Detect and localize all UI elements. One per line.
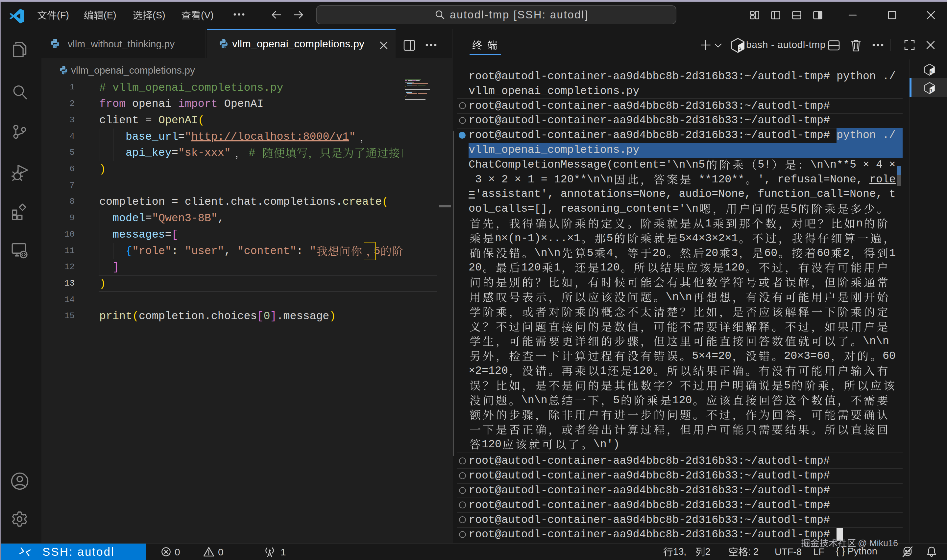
svg-text:(S): (S) [152, 10, 165, 20]
svg-text:vllm_openai_completions.py: vllm_openai_completions.py [468, 144, 639, 156]
svg-text:\n\n: \n\n [863, 335, 889, 348]
svg-text:from: from [99, 98, 126, 110]
svg-text:,: , [224, 245, 237, 257]
svg-text:$_: $_ [739, 46, 744, 51]
svg-text:): ) [99, 277, 106, 290]
svg-text:OpenAI: OpenAI [159, 114, 198, 126]
svg-text:20: 20 [468, 261, 482, 274]
svg-text:120: 120 [673, 394, 692, 406]
svg-text:root@autodl-container-aa9d4bbc: root@autodl-container-aa9d4bbc8b-2d316b3… [468, 499, 830, 511]
svg-text:base_url: base_url [126, 130, 178, 143]
svg-text:"content": "content" [237, 245, 297, 257]
svg-text:120: 120 [482, 438, 502, 451]
svg-text:5: 5 [790, 202, 797, 215]
svg-text:client =: client = [99, 114, 159, 126]
svg-text:1: 1 [705, 217, 711, 230]
svg-text:20×3=60: 20×3=60 [784, 350, 830, 362]
svg-text:(: ( [382, 195, 388, 208]
svg-text:api_key: api_key [126, 146, 172, 159]
svg-text:): ) [99, 163, 106, 175]
svg-text:'assistant', annotations=None,: 'assistant', annotations=None, audio=Non… [475, 188, 896, 200]
svg-text:\n\n: \n\n [666, 291, 692, 303]
svg-text:"sk-xxx": "sk-xxx" [178, 146, 231, 159]
svg-text:completion.choices: completion.choices [139, 310, 257, 322]
svg-text:13,: 13, [673, 546, 686, 557]
svg-text:$_: $_ [930, 88, 935, 92]
svg-text:**120**: **120** [692, 173, 744, 185]
svg-text:(V): (V) [201, 10, 214, 20]
svg-text:$_: $_ [930, 70, 935, 74]
svg-text:20: 20 [653, 246, 666, 259]
svg-text:60: 60 [764, 246, 777, 259]
svg-text:5: 5 [784, 379, 790, 392]
svg-text:=: = [468, 188, 475, 200]
svg-text:): ) [329, 310, 336, 322]
svg-text:=: = [178, 130, 185, 143]
svg-text:\n'): \n') [593, 438, 620, 451]
svg-text:5×4×3×2×1: 5×4×3×2×1 [679, 232, 738, 245]
svg-text:": " [349, 130, 356, 143]
svg-text:5: 5 [613, 394, 620, 406]
svg-text:3: 3 [731, 246, 738, 259]
svg-text:.message: .message [277, 310, 330, 322]
svg-text:root@autodl-container-aa9d4bbc: root@autodl-container-aa9d4bbc8b-2d316b3… [468, 528, 830, 541]
svg-text:openai: openai [126, 98, 178, 110]
svg-text:vllm_openai_completions.py: vllm_openai_completions.py [468, 85, 639, 97]
svg-text:2: 2 [843, 246, 850, 259]
svg-text:root@autodl-container-aa9d4bbc: root@autodl-container-aa9d4bbc8b-2d316b3… [468, 454, 830, 467]
svg-text:[: [ [172, 228, 178, 241]
svg-text:root@autodl-container-aa9d4bbc: root@autodl-container-aa9d4bbc8b-2d316b3… [468, 129, 896, 141]
svg-text:root@autodl-container-aa9d4bbc: root@autodl-container-aa9d4bbc8b-2d316b3… [468, 99, 830, 112]
svg-text:1: 1 [889, 246, 896, 259]
svg-text:print: print [99, 310, 132, 322]
svg-text:120: 120 [600, 261, 620, 274]
svg-text:n: n [856, 217, 863, 230]
svg-text:{: { [126, 245, 132, 257]
svg-text:[: [ [257, 310, 264, 322]
svg-text:#: # [249, 146, 262, 159]
svg-text:completion = client.chat.compl: completion = client.chat.completions. [99, 195, 342, 208]
svg-text:n×(n-1)×...×1: n×(n-1)×...×1 [495, 232, 581, 245]
svg-text:=: = [145, 212, 152, 225]
svg-text:messages: messages [112, 228, 165, 241]
svg-text:(: ( [132, 310, 139, 322]
svg-text:', refusal=None,: ', refusal=None, [758, 173, 869, 185]
svg-text:0: 0 [264, 310, 270, 322]
svg-text:=: = [165, 228, 172, 241]
svg-text:1: 1 [600, 365, 607, 377]
svg-text:×2=120: ×2=120 [468, 365, 508, 377]
svg-text:(: ( [198, 114, 205, 126]
svg-text:\n\n: \n\n [521, 394, 548, 406]
svg-text:root@autodl-container-aa9d4bbc: root@autodl-container-aa9d4bbc8b-2d316b3… [468, 114, 830, 126]
svg-text:120: 120 [725, 261, 744, 274]
svg-text:role: role [869, 173, 896, 185]
svg-text:4: 4 [607, 246, 613, 259]
svg-text::: : [297, 245, 310, 257]
svg-text:ChatCompletionMessage(content=: ChatCompletionMessage(content='\n\n5 [468, 158, 705, 171]
svg-text:: 2: : 2 [748, 546, 759, 557]
svg-text:=: = [172, 146, 178, 159]
svg-text:root@autodl-container-aa9d4bbc: root@autodl-container-aa9d4bbc8b-2d316b3… [468, 484, 830, 497]
svg-text:"role": "role" [132, 245, 172, 257]
svg-text:20: 20 [705, 246, 718, 259]
svg-text:"user": "user" [185, 245, 224, 257]
svg-text:root@autodl-container-aa9d4bbc: root@autodl-container-aa9d4bbc8b-2d316b3… [468, 469, 830, 482]
svg-text:5!: 5! [758, 158, 771, 171]
svg-text:]: ] [270, 310, 277, 322]
svg-text:]: ] [99, 261, 119, 274]
svg-text:5: 5 [587, 246, 593, 259]
svg-text:1: 1 [554, 261, 561, 274]
svg-text:\n\n: \n\n [534, 246, 561, 259]
svg-text:120: 120 [633, 365, 653, 377]
svg-text:root@autodl-container-aa9d4bbc: root@autodl-container-aa9d4bbc8b-2d316b3… [468, 70, 896, 83]
svg-text:": " [185, 130, 191, 143]
svg-text:http://localhost:8000/v1: http://localhost:8000/v1 [191, 130, 349, 143]
svg-text:120: 120 [521, 261, 541, 274]
svg-text:model: model [112, 212, 145, 225]
svg-text:@ Miku16: @ Miku16 [858, 538, 898, 548]
svg-text::: : [172, 245, 185, 257]
svg-text:import: import [178, 98, 218, 110]
svg-text:(E): (E) [103, 10, 116, 20]
svg-text:(F): (F) [57, 10, 69, 20]
svg-text:60: 60 [882, 350, 896, 362]
